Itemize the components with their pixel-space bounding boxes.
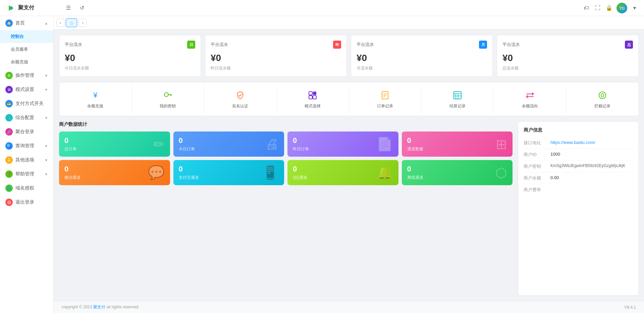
quick-action-balance-flow-label: 余额流向 [522, 103, 538, 109]
menu-toggle-icon[interactable]: ☰ [64, 4, 72, 12]
mode-choice-icon [307, 89, 319, 101]
qq-channel-icon: 🔔 [376, 165, 393, 180]
quick-actions-inner: ¥ 余额充值 我的密钥 实名认证 [59, 85, 638, 113]
tab-next-button[interactable]: › [78, 19, 87, 27]
wechat-channel-count: 0 [64, 165, 80, 173]
svg-rect-15 [454, 92, 461, 99]
home-icon: 🏠 [5, 19, 13, 27]
footer: copyright © 2023 聚支付 all rights reserved… [54, 301, 644, 313]
quick-action-realname[interactable]: 实名认证 [204, 85, 277, 113]
avatar-icon[interactable]: Yo [616, 3, 627, 13]
sidebar-item-polylogin[interactable]: 🔗 聚合登录 [0, 125, 53, 139]
sidebar-item-dashboard[interactable]: 控制台 [0, 30, 53, 43]
main-layout: 🏠 首页 ▲ 控制台 会员服务 余额充值 ⚙ 操作管理 ▼ ⊞ 模式设置 ▼ 💳… [0, 16, 644, 313]
stat-card-month-label: 月流水额 [357, 65, 487, 71]
quick-action-orders[interactable]: 订单记录 [349, 85, 422, 113]
sidebar-item-home[interactable]: 🏠 首页 ▲ [0, 16, 53, 30]
quick-action-intercept[interactable]: 拦截记录 [566, 85, 638, 113]
info-label-merchant-id: 商户ID [524, 152, 550, 158]
svg-rect-9 [309, 96, 312, 99]
info-row-merchant-balance: 商户余额 0.00 [524, 172, 633, 184]
merchant-info-title: 商户信息 [524, 127, 633, 133]
other-icon: ☰ [5, 156, 13, 164]
today-orders-icon: 🖨 [265, 137, 279, 152]
stats-row: 平台流水 日 ¥0 今日流水全额 平台流水 昨 ¥0 昨日流水额 [59, 35, 639, 77]
mykey-icon [162, 89, 174, 101]
sidebar-item-member[interactable]: 会员服务 [0, 43, 53, 56]
sidebar-label-domain: 域名授权 [15, 185, 34, 191]
quick-action-realname-label: 实名认证 [232, 103, 248, 109]
sidebar-item-domain[interactable]: 🌐 域名授权 [0, 181, 53, 195]
svg-rect-8 [313, 92, 316, 95]
total-orders-label: 总订单 [64, 146, 76, 152]
data-cards-grid: 0 总订单 ✏ 0 今日订单 🖨 [59, 132, 513, 185]
quick-action-orders-label: 订单记录 [377, 103, 393, 109]
sidebar-label-home: 首页 [15, 20, 25, 26]
sidebar-item-other[interactable]: ☰ 其他选项 ▼ [0, 153, 53, 167]
sidebar-item-config[interactable]: 🔧 综合配置 ▼ [0, 111, 53, 125]
sidebar-item-query[interactable]: 🔍 查询管理 ▼ [0, 139, 53, 153]
data-card-today-orders-info: 0 今日订单 [179, 136, 195, 152]
page-content: 平台流水 日 ¥0 今日流水全额 平台流水 昨 ¥0 昨日流水额 [54, 30, 644, 301]
stat-card-month-amount: ¥0 [357, 53, 487, 63]
sidebar-item-logout[interactable]: ⏻ 退出登录 [0, 195, 53, 209]
quick-action-settlement[interactable]: 结算记录 [421, 85, 494, 113]
lock-icon[interactable]: 🔒 [605, 4, 613, 12]
tab-prev-button[interactable]: ‹ [56, 19, 64, 27]
info-value-merchant-id: 1000 [550, 152, 560, 157]
info-value-api-url: https://www.baidu.com/ [550, 140, 595, 145]
merchant-info: 商户信息 接口地址 https://www.baidu.com/ 商户ID 10… [518, 121, 639, 296]
sidebar-label-other: 其他选项 [15, 157, 34, 163]
stat-card-yesterday-title: 平台流水 [211, 42, 228, 48]
info-value-merchant-balance: 0.00 [550, 175, 559, 180]
sidebar-item-operation[interactable]: ⚙ 操作管理 ▼ [0, 68, 53, 83]
tab-home[interactable]: ⌂ [66, 18, 77, 27]
sidebar-label-dashboard: 控制台 [11, 34, 24, 40]
quick-action-mykey[interactable]: 我的密钥 [132, 85, 204, 113]
alipay-channel-count: 0 [179, 165, 199, 173]
sidebar-item-mode[interactable]: ⊞ 模式设置 ▼ [0, 83, 53, 97]
stat-card-yesterday: 平台流水 昨 ¥0 昨日流水额 [205, 35, 347, 77]
stat-card-total: 平台流水 总 ¥0 总流水额 [497, 35, 639, 77]
data-card-total-orders-info: 0 总订单 [64, 136, 76, 152]
mode-icon: ⊞ [5, 86, 13, 93]
footer-version: V8.4.1 [624, 305, 636, 310]
stat-card-today: 平台流水 日 ¥0 今日流水全额 [59, 35, 201, 77]
footer-copyright: copyright © 2023 聚支付 all rights reserved… [62, 304, 140, 310]
fullscreen-icon[interactable]: ⛶ [594, 4, 602, 12]
stat-card-total-label: 总流水额 [502, 65, 633, 71]
refresh-icon[interactable]: ↺ [78, 4, 86, 12]
sidebar-item-payment[interactable]: 💳 支付方式开关 [0, 97, 53, 111]
quick-action-mode[interactable]: 模式选择 [277, 85, 349, 113]
qq-channel-count: 0 [293, 165, 307, 173]
realname-icon [234, 89, 246, 101]
orders-icon [379, 89, 391, 101]
info-row-merchant-key: 商户密钥 KmSg3WbJEgwInFB59z62EyGzgWjsJkjK [524, 161, 633, 172]
sidebar-label-member: 会员服务 [11, 46, 28, 52]
home-tab-icon: ⌂ [70, 20, 73, 25]
stat-card-yesterday-label: 昨日流水额 [211, 65, 341, 71]
chevron-up-icon: ▲ [45, 21, 48, 25]
offline-channel-icon: ⬡ [495, 165, 507, 180]
sidebar-label-query: 查询管理 [15, 143, 34, 149]
quick-actions: ¥ 余额充值 我的密钥 实名认证 [59, 82, 639, 116]
sidebar-item-help[interactable]: ❓ 帮助管理 ▼ [0, 167, 53, 181]
quick-action-balance-flow[interactable]: 余额流向 [494, 85, 566, 113]
stat-card-today-badge: 日 [187, 41, 195, 49]
sidebar-item-recharge[interactable]: 余额充值 [0, 56, 53, 68]
quick-action-recharge[interactable]: ¥ 余额充值 [59, 85, 132, 113]
settlement-icon [451, 89, 464, 101]
user-dropdown-icon[interactable]: ▾ [631, 4, 639, 12]
alipay-channel-icon: 📱 [262, 165, 279, 180]
stat-card-month: 平台流水 月 ¥0 月流水额 [351, 35, 493, 77]
stat-card-month-title: 平台流水 [357, 42, 374, 48]
stat-card-today-title: 平台流水 [65, 42, 82, 48]
sidebar: 🏠 首页 ▲ 控制台 会员服务 余额充值 ⚙ 操作管理 ▼ ⊞ 模式设置 ▼ 💳… [0, 16, 54, 313]
stat-card-total-amount: ¥0 [502, 53, 633, 63]
offline-channel-label: 离线通道 [407, 175, 423, 180]
tag-icon[interactable]: 🏷 [582, 4, 590, 12]
data-card-qq-channel-info: 0 QQ通道 [293, 165, 307, 180]
sidebar-label-mode: 模式设置 [15, 87, 34, 93]
data-card-offline-channel: 0 离线通道 ⬡ [402, 160, 513, 185]
info-label-merchant-rate: 商户费率 [524, 187, 550, 193]
